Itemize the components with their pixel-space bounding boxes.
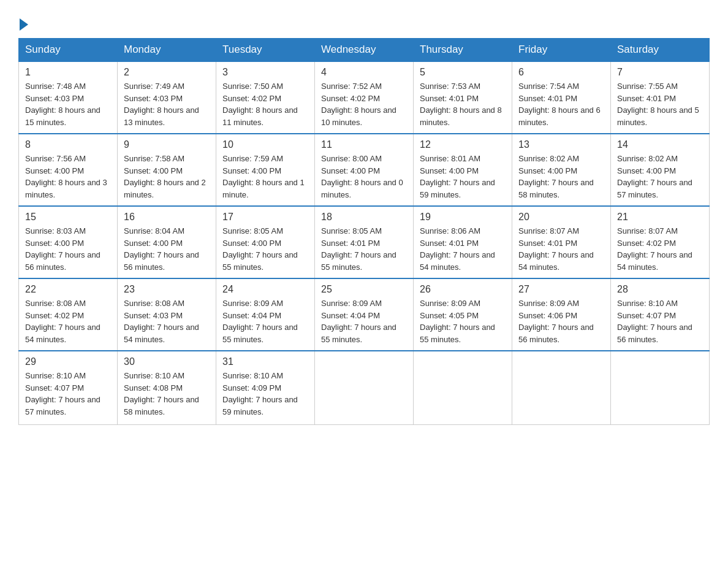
calendar-cell: 24 Sunrise: 8:09 AM Sunset: 4:04 PM Dayl…	[216, 278, 315, 351]
calendar-cell: 8 Sunrise: 7:56 AM Sunset: 4:00 PM Dayli…	[19, 134, 118, 206]
day-info: Sunrise: 8:09 AM Sunset: 4:04 PM Dayligh…	[321, 297, 407, 345]
calendar-cell: 1 Sunrise: 7:48 AM Sunset: 4:03 PM Dayli…	[19, 61, 118, 134]
day-info: Sunrise: 8:05 AM Sunset: 4:00 PM Dayligh…	[222, 225, 308, 273]
page-header	[18, 12, 710, 32]
day-info: Sunrise: 8:01 AM Sunset: 4:00 PM Dayligh…	[420, 153, 506, 201]
calendar-cell: 3 Sunrise: 7:50 AM Sunset: 4:02 PM Dayli…	[216, 61, 315, 134]
calendar-cell: 11 Sunrise: 8:00 AM Sunset: 4:00 PM Dayl…	[315, 134, 414, 206]
day-info: Sunrise: 8:08 AM Sunset: 4:03 PM Dayligh…	[124, 297, 210, 345]
calendar-cell: 28 Sunrise: 8:10 AM Sunset: 4:07 PM Dayl…	[611, 278, 710, 351]
day-number: 19	[420, 212, 506, 223]
calendar-cell	[512, 351, 611, 424]
calendar-cell: 4 Sunrise: 7:52 AM Sunset: 4:02 PM Dayli…	[315, 61, 414, 134]
calendar-cell: 10 Sunrise: 7:59 AM Sunset: 4:00 PM Dayl…	[216, 134, 315, 206]
calendar-cell: 6 Sunrise: 7:54 AM Sunset: 4:01 PM Dayli…	[512, 61, 611, 134]
calendar-cell: 16 Sunrise: 8:04 AM Sunset: 4:00 PM Dayl…	[118, 206, 216, 278]
calendar-cell	[414, 351, 512, 424]
day-info: Sunrise: 7:49 AM Sunset: 4:03 PM Dayligh…	[124, 80, 210, 128]
logo-text	[18, 18, 28, 32]
day-info: Sunrise: 7:50 AM Sunset: 4:02 PM Dayligh…	[222, 80, 308, 128]
calendar-cell: 26 Sunrise: 8:09 AM Sunset: 4:05 PM Dayl…	[414, 278, 512, 351]
weekday-header-thursday: Thursday	[414, 39, 512, 62]
calendar-table: SundayMondayTuesdayWednesdayThursdayFrid…	[18, 38, 710, 425]
day-info: Sunrise: 8:09 AM Sunset: 4:05 PM Dayligh…	[420, 297, 506, 345]
weekday-header-monday: Monday	[118, 39, 216, 62]
day-info: Sunrise: 7:58 AM Sunset: 4:00 PM Dayligh…	[124, 153, 210, 201]
calendar-cell: 15 Sunrise: 8:03 AM Sunset: 4:00 PM Dayl…	[19, 206, 118, 278]
day-number: 27	[518, 284, 604, 295]
day-number: 4	[321, 67, 407, 78]
day-info: Sunrise: 7:52 AM Sunset: 4:02 PM Dayligh…	[321, 80, 407, 128]
logo	[18, 12, 28, 32]
calendar-cell: 20 Sunrise: 8:07 AM Sunset: 4:01 PM Dayl…	[512, 206, 611, 278]
day-number: 6	[518, 67, 604, 78]
day-number: 24	[222, 284, 308, 295]
day-info: Sunrise: 8:00 AM Sunset: 4:00 PM Dayligh…	[321, 153, 407, 201]
day-info: Sunrise: 7:53 AM Sunset: 4:01 PM Dayligh…	[420, 80, 506, 128]
day-info: Sunrise: 8:07 AM Sunset: 4:02 PM Dayligh…	[617, 225, 703, 273]
calendar-cell: 5 Sunrise: 7:53 AM Sunset: 4:01 PM Dayli…	[414, 61, 512, 134]
weekday-header-saturday: Saturday	[611, 39, 710, 62]
day-number: 20	[518, 212, 604, 223]
day-number: 8	[25, 139, 111, 150]
day-number: 29	[25, 356, 111, 367]
day-number: 23	[124, 284, 210, 295]
weekday-header-sunday: Sunday	[19, 39, 118, 62]
day-info: Sunrise: 8:09 AM Sunset: 4:06 PM Dayligh…	[518, 297, 604, 345]
day-info: Sunrise: 8:10 AM Sunset: 4:07 PM Dayligh…	[617, 297, 703, 345]
day-info: Sunrise: 8:03 AM Sunset: 4:00 PM Dayligh…	[25, 225, 111, 273]
day-number: 22	[25, 284, 111, 295]
calendar-cell: 23 Sunrise: 8:08 AM Sunset: 4:03 PM Dayl…	[118, 278, 216, 351]
calendar-cell	[315, 351, 414, 424]
day-number: 1	[25, 67, 111, 78]
day-info: Sunrise: 7:48 AM Sunset: 4:03 PM Dayligh…	[25, 80, 111, 128]
calendar-cell: 30 Sunrise: 8:10 AM Sunset: 4:08 PM Dayl…	[118, 351, 216, 424]
logo-arrow-icon	[20, 18, 28, 31]
calendar-cell: 25 Sunrise: 8:09 AM Sunset: 4:04 PM Dayl…	[315, 278, 414, 351]
weekday-header-wednesday: Wednesday	[315, 39, 414, 62]
day-number: 30	[124, 356, 210, 367]
calendar-cell: 12 Sunrise: 8:01 AM Sunset: 4:00 PM Dayl…	[414, 134, 512, 206]
day-info: Sunrise: 8:02 AM Sunset: 4:00 PM Dayligh…	[518, 153, 604, 201]
calendar-cell: 14 Sunrise: 8:02 AM Sunset: 4:00 PM Dayl…	[611, 134, 710, 206]
calendar-cell: 7 Sunrise: 7:55 AM Sunset: 4:01 PM Dayli…	[611, 61, 710, 134]
calendar-cell: 27 Sunrise: 8:09 AM Sunset: 4:06 PM Dayl…	[512, 278, 611, 351]
day-number: 21	[617, 212, 703, 223]
day-number: 28	[617, 284, 703, 295]
calendar-cell: 29 Sunrise: 8:10 AM Sunset: 4:07 PM Dayl…	[19, 351, 118, 424]
calendar-cell: 31 Sunrise: 8:10 AM Sunset: 4:09 PM Dayl…	[216, 351, 315, 424]
day-info: Sunrise: 8:08 AM Sunset: 4:02 PM Dayligh…	[25, 297, 111, 345]
calendar-cell: 17 Sunrise: 8:05 AM Sunset: 4:00 PM Dayl…	[216, 206, 315, 278]
day-number: 10	[222, 139, 308, 150]
weekday-header-tuesday: Tuesday	[216, 39, 315, 62]
day-number: 26	[420, 284, 506, 295]
day-info: Sunrise: 8:10 AM Sunset: 4:07 PM Dayligh…	[25, 370, 111, 418]
day-info: Sunrise: 7:54 AM Sunset: 4:01 PM Dayligh…	[518, 80, 604, 128]
day-info: Sunrise: 8:07 AM Sunset: 4:01 PM Dayligh…	[518, 225, 604, 273]
calendar-cell: 13 Sunrise: 8:02 AM Sunset: 4:00 PM Dayl…	[512, 134, 611, 206]
day-info: Sunrise: 8:09 AM Sunset: 4:04 PM Dayligh…	[222, 297, 308, 345]
day-number: 31	[222, 356, 308, 367]
logo-blue-container	[18, 18, 28, 32]
day-number: 16	[124, 212, 210, 223]
day-info: Sunrise: 8:04 AM Sunset: 4:00 PM Dayligh…	[124, 225, 210, 273]
day-number: 5	[420, 67, 506, 78]
day-number: 14	[617, 139, 703, 150]
day-info: Sunrise: 7:59 AM Sunset: 4:00 PM Dayligh…	[222, 153, 308, 201]
calendar-cell: 21 Sunrise: 8:07 AM Sunset: 4:02 PM Dayl…	[611, 206, 710, 278]
day-info: Sunrise: 8:02 AM Sunset: 4:00 PM Dayligh…	[617, 153, 703, 201]
calendar-cell: 18 Sunrise: 8:05 AM Sunset: 4:01 PM Dayl…	[315, 206, 414, 278]
day-number: 3	[222, 67, 308, 78]
calendar-cell: 2 Sunrise: 7:49 AM Sunset: 4:03 PM Dayli…	[118, 61, 216, 134]
day-number: 11	[321, 139, 407, 150]
calendar-cell: 9 Sunrise: 7:58 AM Sunset: 4:00 PM Dayli…	[118, 134, 216, 206]
weekday-header-friday: Friday	[512, 39, 611, 62]
day-number: 18	[321, 212, 407, 223]
day-number: 9	[124, 139, 210, 150]
calendar-cell: 22 Sunrise: 8:08 AM Sunset: 4:02 PM Dayl…	[19, 278, 118, 351]
day-info: Sunrise: 8:06 AM Sunset: 4:01 PM Dayligh…	[420, 225, 506, 273]
day-info: Sunrise: 8:05 AM Sunset: 4:01 PM Dayligh…	[321, 225, 407, 273]
day-number: 2	[124, 67, 210, 78]
day-info: Sunrise: 8:10 AM Sunset: 4:08 PM Dayligh…	[124, 370, 210, 418]
calendar-cell	[611, 351, 710, 424]
